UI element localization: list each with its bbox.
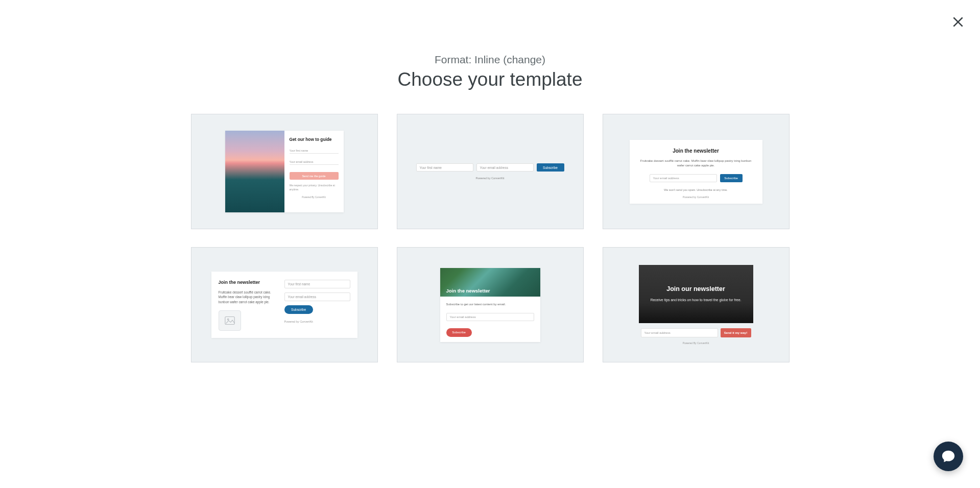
template-preview: Join the newsletter Fruitcake dessert so…: [630, 140, 762, 204]
preview-hero-image: Join our newsletter Receive tips and tri…: [639, 265, 753, 323]
preview-input-firstname: Your first name: [284, 280, 350, 288]
preview-submit-button: Subscribe: [537, 163, 564, 172]
template-card-5[interactable]: Join the newsletter Subscribe to get our…: [397, 247, 584, 362]
preview-left-col: Join the newsletter Fruitcake dessert so…: [219, 280, 284, 331]
preview-right-col: Your first name Your email address Subsc…: [284, 280, 350, 331]
preview-heading: Join the newsletter: [639, 148, 753, 154]
preview-input-email: Your email address: [650, 174, 717, 182]
preview-submit-button: Subscribe: [720, 174, 743, 182]
template-preview: Join the newsletter Subscribe to get our…: [440, 268, 540, 342]
page-header: Format: Inline (change) Choose your temp…: [0, 54, 980, 90]
preview-image-placeholder: [219, 310, 241, 331]
preview-submit-button: Send it my way!: [721, 328, 751, 337]
template-preview: Join the newsletter Fruitcake dessert so…: [211, 272, 357, 338]
format-prefix: Format: Inline: [435, 54, 503, 65]
preview-paragraph: Fruitcake dessert soufflé carrot cake. M…: [219, 290, 277, 304]
preview-submit-button: Subscribe: [446, 328, 472, 337]
preview-powered-by: Powered by ConvertKit: [639, 196, 753, 199]
preview-paragraph: Fruitcake dessert soufflé carrot cake. M…: [639, 159, 753, 168]
preview-input-email: Your email address: [641, 328, 718, 337]
template-preview: Join our newsletter Receive tips and tri…: [639, 265, 753, 345]
preview-input-row: Your first name Your email address Subsc…: [416, 163, 564, 172]
preview-powered-by: Powered by ConvertKit: [284, 320, 350, 323]
template-card-6[interactable]: Join our newsletter Receive tips and tri…: [603, 247, 790, 362]
preview-submit-button: Send me the guide: [290, 172, 339, 180]
preview-hero-image: Join the newsletter: [440, 268, 540, 297]
close-icon: [951, 15, 965, 29]
preview-input-email: Your email address: [284, 292, 350, 301]
preview-heading: Get our how to guide: [290, 137, 339, 142]
preview-input-row: Your email address Send it my way!: [639, 328, 753, 337]
template-grid: Get our how to guide Your first name You…: [191, 114, 790, 362]
preview-heading: Join the newsletter: [219, 280, 277, 285]
format-line: Format: Inline (change): [0, 54, 980, 66]
template-card-4[interactable]: Join the newsletter Fruitcake dessert so…: [191, 247, 378, 362]
preview-input-email: Your email address: [476, 163, 534, 172]
preview-paragraph: Receive tips and tricks on how to travel…: [650, 298, 741, 303]
preview-paragraph: Subscribe to get our latest content by e…: [446, 303, 534, 306]
preview-input-row: Your email address Subscribe: [639, 174, 753, 182]
template-preview: Your first name Your email address Subsc…: [416, 163, 564, 180]
template-preview: Get our how to guide Your first name You…: [225, 131, 344, 212]
preview-input-firstname: Your first name: [290, 147, 339, 154]
preview-heading: Join the newsletter: [446, 288, 490, 294]
preview-body: Subscribe to get our latest content by e…: [440, 297, 540, 342]
template-card-3[interactable]: Join the newsletter Fruitcake dessert so…: [603, 114, 790, 229]
image-icon: [225, 316, 235, 325]
preview-submit-button: Subscribe: [284, 305, 313, 314]
template-card-2[interactable]: Your first name Your email address Subsc…: [397, 114, 584, 229]
preview-input-firstname: Your first name: [416, 163, 473, 172]
chat-widget-button[interactable]: [934, 442, 963, 471]
preview-input-email: Your email address: [290, 158, 339, 165]
page-title: Choose your template: [0, 69, 980, 90]
preview-form: Get our how to guide Your first name You…: [284, 131, 344, 212]
preview-input-email: Your email address: [446, 313, 534, 321]
template-card-1[interactable]: Get our how to guide Your first name You…: [191, 114, 378, 229]
preview-heading: Join our newsletter: [666, 285, 725, 292]
chat-icon: [941, 450, 955, 463]
preview-powered-by: Powered By ConvertKit: [290, 196, 339, 199]
preview-privacy-note: We respect your privacy. Unsubscribe at …: [290, 184, 339, 191]
preview-powered-by: Powered By ConvertKit: [639, 341, 753, 345]
preview-powered-by: Powered by ConvertKit: [416, 177, 564, 180]
change-format-link[interactable]: (change): [503, 54, 545, 65]
svg-point-3: [227, 319, 229, 320]
preview-image: [225, 131, 284, 212]
preview-spam-note: We won't send you spam. Unsubscribe at a…: [639, 188, 753, 191]
close-button[interactable]: [950, 14, 966, 30]
